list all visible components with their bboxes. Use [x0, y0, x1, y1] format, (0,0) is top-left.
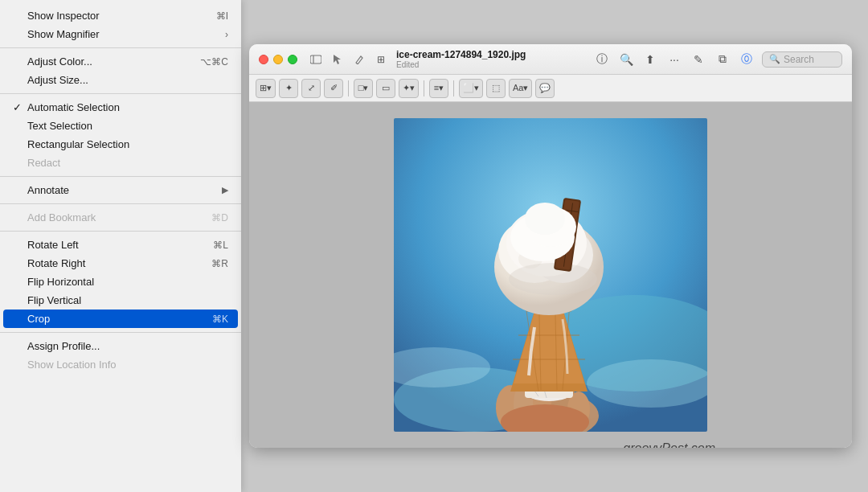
tool-btn-11[interactable]: Aa▾: [509, 79, 532, 98]
tool-btn-4[interactable]: ✐: [324, 79, 343, 98]
search-placeholder: Search: [784, 54, 814, 65]
window-title: ice-cream-1274894_1920.jpg: [396, 49, 526, 60]
toolbar-sep-2: [424, 80, 424, 96]
minimize-button[interactable]: [273, 55, 283, 64]
menu-separator-2: [0, 93, 241, 94]
menu-separator-5: [0, 231, 241, 232]
sidebar-toggle-icon[interactable]: [307, 51, 325, 68]
menu-separator-1: [0, 47, 241, 48]
menu-item-flip-horizontal[interactable]: Flip Horizontal: [0, 273, 241, 291]
tool-btn-12[interactable]: 💬: [535, 79, 555, 98]
svg-marker-2: [334, 55, 341, 64]
more-icon[interactable]: ···: [665, 51, 683, 68]
info-icon[interactable]: ⓘ: [593, 51, 611, 68]
context-menu: Show Inspector ⌘I Show Magnifier › Adjus…: [0, 0, 241, 492]
preview-image: [394, 118, 707, 432]
window-icon[interactable]: ⧉: [714, 51, 731, 68]
menu-item-annotate[interactable]: Annotate ▶: [0, 181, 241, 199]
toolbar: ⊞▾ ✦ ⤢ ✐ □▾ ▭ ✦▾ ≡▾ ⬜▾ ⬚ Aa▾ 💬: [249, 75, 852, 102]
svg-point-35: [509, 263, 597, 295]
menu-separator-4: [0, 203, 241, 204]
tool-btn-1[interactable]: ⊞▾: [256, 79, 276, 98]
menu-item-show-magnifier[interactable]: Show Magnifier ›: [0, 25, 241, 43]
badge-icon[interactable]: ⓪: [738, 51, 755, 68]
search-icon: 🔍: [769, 54, 780, 64]
menu-item-assign-profile[interactable]: Assign Profile...: [0, 337, 241, 355]
menu-item-rectangular-selection[interactable]: Rectangular Selection: [0, 135, 241, 154]
menu-item-show-location-info: Show Location Info: [0, 355, 241, 374]
tool-btn-10[interactable]: ⬚: [486, 79, 506, 98]
svg-rect-0: [310, 55, 321, 64]
toolbar-sep-3: [453, 80, 454, 96]
window-subtitle: Edited: [396, 60, 419, 69]
tool-btn-2[interactable]: ✦: [279, 79, 298, 98]
edit-icon[interactable]: ✎: [690, 51, 707, 68]
maximize-button[interactable]: [288, 55, 297, 64]
submenu-arrow-icon: ▶: [222, 185, 228, 195]
title-bar: ⊞ ice-cream-1274894_1920.jpg Edited ⓘ 🔍 …: [249, 44, 852, 75]
pen-icon[interactable]: [350, 51, 368, 68]
menu-separator-6: [0, 332, 241, 333]
menu-item-redact: Redact: [0, 154, 241, 172]
close-button[interactable]: [259, 55, 268, 64]
menu-item-flip-vertical[interactable]: Flip Vertical: [0, 291, 241, 310]
menu-item-text-selection[interactable]: Text Selection: [0, 117, 241, 135]
traffic-lights: [259, 55, 297, 64]
zoom-icon[interactable]: 🔍: [617, 51, 635, 68]
search-bar[interactable]: 🔍 Search: [762, 51, 842, 68]
toolbar-sep-1: [348, 80, 349, 96]
menu-separator-3: [0, 176, 241, 177]
menu-item-rotate-left[interactable]: Rotate Left ⌘L: [0, 236, 241, 254]
crop-icon[interactable]: ⊞: [372, 51, 390, 68]
tool-btn-6[interactable]: ▭: [376, 79, 395, 98]
tool-btn-7[interactable]: ✦▾: [399, 79, 419, 98]
cursor-icon[interactable]: [329, 51, 346, 68]
watermark: groovyPost.com: [623, 441, 715, 448]
tool-btn-8[interactable]: ≡▾: [429, 79, 448, 98]
menu-item-show-inspector[interactable]: Show Inspector ⌘I: [0, 6, 241, 25]
share-icon[interactable]: ⬆: [641, 51, 659, 68]
image-container: groovyPost.com: [394, 118, 707, 432]
tool-btn-3[interactable]: ⤢: [301, 79, 321, 98]
preview-window: ⊞ ice-cream-1274894_1920.jpg Edited ⓘ 🔍 …: [249, 44, 852, 448]
menu-item-adjust-color[interactable]: Adjust Color... ⌥⌘C: [0, 52, 241, 71]
menu-item-adjust-size[interactable]: Adjust Size...: [0, 71, 241, 89]
svg-point-44: [525, 203, 565, 235]
menu-item-add-bookmark: Add Bookmark ⌘D: [0, 208, 241, 227]
menu-item-rotate-right[interactable]: Rotate Right ⌘R: [0, 254, 241, 273]
tool-btn-5[interactable]: □▾: [354, 79, 373, 98]
content-area: groovyPost.com: [249, 102, 852, 448]
tool-btn-9[interactable]: ⬜▾: [459, 79, 483, 98]
menu-item-automatic-selection[interactable]: ✓ Automatic Selection: [0, 98, 241, 117]
menu-item-crop[interactable]: Crop ⌘K: [3, 310, 238, 328]
